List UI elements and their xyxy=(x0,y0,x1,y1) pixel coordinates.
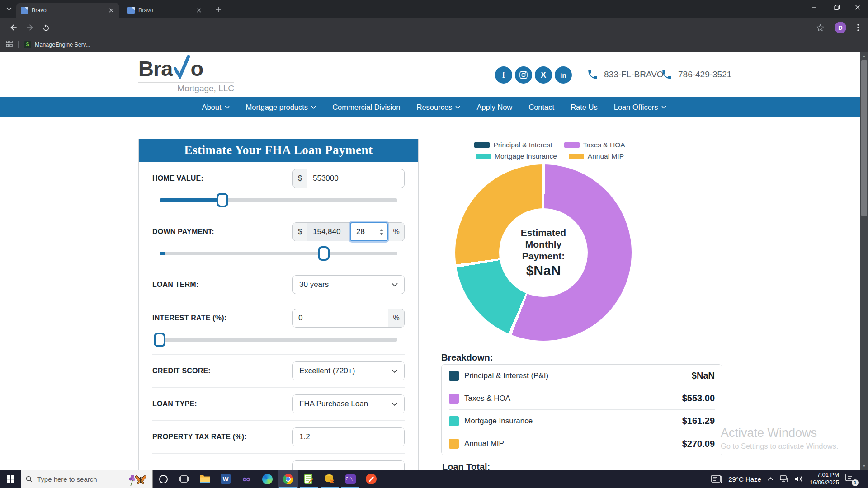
window-restore-button[interactable] xyxy=(826,0,847,14)
nav-rate-us[interactable]: Rate Us xyxy=(571,103,598,112)
activate-windows-watermark: Activate Windows xyxy=(721,426,817,440)
reload-button[interactable] xyxy=(39,20,53,35)
row-swatch xyxy=(449,439,459,449)
tab-favicon xyxy=(127,7,135,14)
tab-separator xyxy=(208,5,208,13)
search-icon xyxy=(26,476,33,483)
cortana-icon[interactable] xyxy=(153,470,174,488)
bookmark-star-icon[interactable] xyxy=(813,20,827,35)
loan-term-label: LOAN TERM: xyxy=(152,281,198,289)
page-scrollbar[interactable]: ▲ ▼ xyxy=(860,52,868,470)
instagram-icon[interactable] xyxy=(515,66,532,84)
network-icon[interactable] xyxy=(780,475,788,483)
browser-toolbar: localhost:53671/fha-calculator D xyxy=(0,18,868,37)
bookmark-item[interactable]: ManageEngine Serv... xyxy=(35,42,90,48)
property-tax-input[interactable]: 1.2 xyxy=(292,427,405,446)
legend-annual-mip[interactable]: Annual MIP xyxy=(569,152,624,160)
tab-list-chevron-icon[interactable] xyxy=(4,4,14,14)
bravo-logo[interactable]: Bra o Mortgage, LLC xyxy=(138,55,234,94)
notepad-plus-icon[interactable] xyxy=(298,470,319,488)
nav-mortgage-products[interactable]: Mortgage products xyxy=(246,103,316,112)
chart-legend-row-2: Mortgage Insurance Annual MIP xyxy=(459,152,640,160)
down-payment-slider[interactable] xyxy=(160,246,397,261)
rufus-icon[interactable] xyxy=(361,470,382,488)
slider-thumb[interactable] xyxy=(154,333,165,347)
nav-apply-now[interactable]: Apply Now xyxy=(476,103,512,112)
window-minimize-button[interactable] xyxy=(804,0,825,14)
nav-about[interactable]: About xyxy=(202,103,229,112)
spin-up-icon[interactable] xyxy=(380,229,383,231)
loan-total-partial: Loan Total: xyxy=(442,462,490,470)
phone-icon xyxy=(661,69,673,80)
database-tool-icon[interactable] xyxy=(319,470,340,488)
apps-grid-icon[interactable] xyxy=(6,41,13,49)
browser-tab-1[interactable]: Bravo xyxy=(16,3,119,18)
credit-score-select[interactable]: Excellent (720+) xyxy=(292,361,405,380)
search-highlight-butterfly-art xyxy=(127,471,148,487)
interest-rate-slider[interactable] xyxy=(160,332,397,347)
scroll-down-arrow[interactable]: ▼ xyxy=(860,462,868,470)
nav-resources[interactable]: Resources xyxy=(417,103,461,112)
notification-center-icon[interactable]: 1 xyxy=(845,474,855,484)
speaker-icon[interactable] xyxy=(795,475,803,483)
terminal-icon[interactable]: C:\_ xyxy=(340,470,361,488)
start-button[interactable] xyxy=(0,470,21,488)
task-view-icon[interactable] xyxy=(174,470,194,488)
phone-icon xyxy=(587,69,599,80)
home-value-input[interactable]: 553000 xyxy=(307,169,404,188)
nav-commercial-division[interactable]: Commercial Division xyxy=(332,103,400,112)
phone-1-link[interactable]: 833-FL-BRAVO xyxy=(587,69,664,80)
taskbar-clock[interactable]: 7:01 PM 16/06/2025 xyxy=(810,471,839,487)
down-payment-percent-input[interactable]: 28 xyxy=(350,222,388,241)
visual-studio-icon[interactable]: ∞ xyxy=(236,470,257,488)
legend-principal-interest[interactable]: Principal & Interest xyxy=(474,141,552,149)
browser-tab-2[interactable]: Bravo xyxy=(123,3,207,18)
profile-avatar[interactable]: D xyxy=(835,22,846,33)
forward-button[interactable] xyxy=(23,20,37,35)
facebook-icon[interactable]: f xyxy=(495,66,512,84)
file-explorer-icon[interactable] xyxy=(194,470,215,488)
tab-title: Bravo xyxy=(32,7,108,14)
loan-type-select[interactable]: FHA Purchase Loan xyxy=(292,394,405,413)
credit-score-group: CREDIT SCORE: Excellent (720+) xyxy=(152,355,405,388)
edge-icon[interactable] xyxy=(257,470,278,488)
spinner-buttons[interactable] xyxy=(380,229,387,235)
scrollbar-thumb[interactable] xyxy=(861,60,867,216)
logo-checkmark-icon xyxy=(174,55,190,84)
tray-chevron-up-icon[interactable] xyxy=(768,477,774,481)
scroll-up-arrow[interactable]: ▲ xyxy=(860,52,868,60)
home-value-slider[interactable] xyxy=(160,192,397,208)
taskbar-search-box[interactable]: Type here to search xyxy=(21,470,153,488)
phone-2-link[interactable]: 786-429-3521 xyxy=(661,69,731,80)
interest-rate-input[interactable]: 0 xyxy=(293,309,388,327)
window-close-button[interactable] xyxy=(847,0,868,14)
slider-thumb[interactable] xyxy=(318,246,330,261)
interest-rate-group: INTEREST RATE (%): 0 % xyxy=(152,301,405,355)
payment-doughnut-chart: Estimated Monthly Payment: $NaN xyxy=(455,164,632,341)
weather-status[interactable]: 29°C Haze xyxy=(728,475,761,483)
loan-term-select[interactable]: 30 years xyxy=(292,275,405,294)
slider-thumb[interactable] xyxy=(217,193,228,207)
legend-mortgage-insurance[interactable]: Mortgage Insurance xyxy=(476,152,557,160)
chevron-down-icon xyxy=(661,106,666,109)
back-button[interactable] xyxy=(6,20,21,35)
browser-menu-kebab-icon[interactable] xyxy=(851,20,865,35)
linkedin-icon[interactable]: in xyxy=(555,66,572,84)
nav-loan-officers[interactable]: Loan Officers xyxy=(614,103,666,112)
news-weather-icon[interactable] xyxy=(711,475,722,483)
legend-taxes-hoa[interactable]: Taxes & HOA xyxy=(564,141,625,149)
word-icon[interactable]: W xyxy=(215,470,236,488)
new-tab-button[interactable] xyxy=(212,4,224,15)
nav-contact[interactable]: Contact xyxy=(528,103,554,112)
chart-center: Estimated Monthly Payment: $NaN xyxy=(499,208,588,297)
row-swatch xyxy=(449,371,459,381)
spin-down-icon[interactable] xyxy=(380,233,383,235)
breakdown-row-taxes: Taxes & HOA $553.00 xyxy=(449,387,715,410)
chrome-icon[interactable] xyxy=(278,470,298,488)
x-twitter-icon[interactable]: X xyxy=(535,66,552,84)
tab-close-icon[interactable] xyxy=(108,7,115,14)
loan-type-group: LOAN TYPE: FHA Purchase Loan xyxy=(152,388,405,421)
breakdown-card: Principal & Interest (P&I) $NaN Taxes & … xyxy=(441,364,722,455)
tab-close-icon[interactable] xyxy=(195,7,203,14)
down-payment-amount: 154,840 xyxy=(307,223,350,241)
